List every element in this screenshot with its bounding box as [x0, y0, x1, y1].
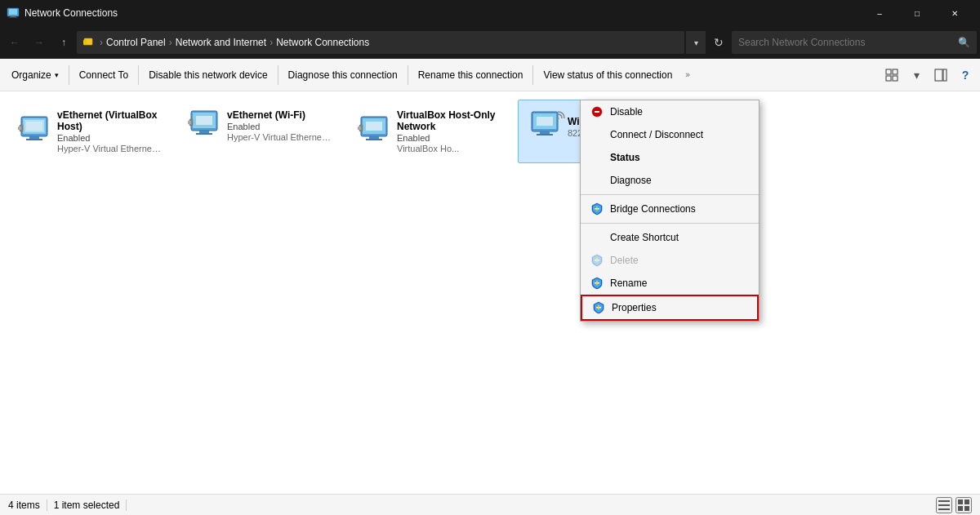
- diagnose-button[interactable]: Diagnose this connection: [280, 61, 406, 89]
- network-desc-2: VirtualBox Ho...: [397, 144, 501, 153]
- ctx-connect-disconnect[interactable]: Connect / Disconnect: [581, 123, 759, 146]
- disable-button[interactable]: Disable this network device: [140, 61, 275, 89]
- network-desc-1: Hyper-V Virtual Ethernet Adapter ...: [227, 132, 332, 142]
- network-adapter-icon-0: [18, 115, 57, 148]
- svg-rect-50: [938, 500, 950, 502]
- ctx-delete[interactable]: Delete: [581, 249, 759, 272]
- details-view-button[interactable]: [956, 497, 972, 513]
- organize-button[interactable]: Organize ▾: [3, 61, 67, 89]
- svg-point-39: [557, 118, 559, 120]
- refresh-button[interactable]: ↻: [707, 31, 730, 54]
- network-grid: vEthernet (VirtualBox Host) Enabled Hype…: [0, 91, 980, 171]
- bridge-shield-icon: [590, 202, 604, 215]
- search-input[interactable]: [738, 37, 958, 48]
- ctx-bridge-connections[interactable]: Bridge Connections: [581, 198, 759, 220]
- svg-rect-51: [938, 504, 950, 506]
- svg-rect-43: [596, 206, 598, 211]
- breadcrumb-network-connections[interactable]: Network Connections: [276, 37, 369, 48]
- maximize-button[interactable]: □: [898, 0, 936, 26]
- up-button[interactable]: ↑: [52, 31, 75, 54]
- app-icon: [7, 7, 20, 20]
- list-view-button[interactable]: [936, 497, 952, 513]
- network-info-1: vEthernet (Wi-Fi) Enabled Hyper-V Virtua…: [227, 109, 332, 142]
- toolbar-separator-4: [408, 65, 408, 85]
- window-title: Network Connections: [24, 7, 861, 19]
- network-status-1: Enabled: [227, 122, 332, 131]
- toolbar-right: ▾ ?: [880, 64, 977, 87]
- ctx-disable[interactable]: Disable: [581, 100, 759, 123]
- close-button[interactable]: ✕: [936, 0, 973, 26]
- ctx-status[interactable]: Status: [581, 146, 759, 169]
- status-right-controls: [936, 497, 972, 513]
- rename-shield-icon: [590, 277, 604, 290]
- network-info-2: VirtualBox Host-Only Network Enabled Vir…: [397, 109, 501, 153]
- status-separator-2: [126, 499, 127, 511]
- minimize-button[interactable]: –: [861, 0, 898, 26]
- svg-rect-49: [598, 305, 599, 310]
- network-status-2: Enabled: [397, 133, 501, 143]
- status-bar: 4 items 1 item selected: [0, 494, 980, 515]
- svg-rect-3: [9, 17, 17, 18]
- toolbar-more-button[interactable]: »: [680, 70, 695, 79]
- toolbar-separator-2: [138, 65, 139, 85]
- svg-rect-38: [537, 134, 553, 135]
- ctx-separator-2: [581, 223, 759, 224]
- svg-rect-56: [964, 506, 969, 511]
- svg-rect-36: [537, 117, 553, 126]
- ctx-create-shortcut[interactable]: Create Shortcut: [581, 226, 759, 249]
- svg-rect-54: [964, 499, 969, 504]
- ctx-rename[interactable]: Rename: [581, 272, 759, 295]
- connect-to-button[interactable]: Connect To: [71, 61, 137, 89]
- change-view-button[interactable]: [880, 64, 903, 87]
- rename-button[interactable]: Rename this connection: [410, 61, 532, 89]
- network-status-0: Enabled: [57, 133, 162, 143]
- svg-rect-37: [540, 131, 550, 134]
- svg-rect-33: [358, 127, 361, 130]
- network-name-2: VirtualBox Host-Only Network: [397, 109, 501, 132]
- network-item-1[interactable]: vEthernet (Wi-Fi) Enabled Hyper-V Virtua…: [178, 100, 341, 163]
- wifi-adapter-icon: [528, 110, 568, 143]
- breadcrumb-control-panel[interactable]: Control Panel: [106, 37, 166, 48]
- svg-rect-11: [943, 69, 947, 81]
- delete-shield-icon: [590, 254, 604, 267]
- selected-count: 1 item selected: [54, 499, 120, 511]
- items-count: 4 items: [8, 499, 40, 511]
- svg-rect-22: [196, 116, 212, 125]
- toolbar: Organize ▾ Connect To Disable this netwo…: [0, 59, 980, 91]
- forward-button[interactable]: →: [28, 31, 51, 54]
- ctx-diagnose[interactable]: Diagnose: [581, 169, 759, 192]
- disable-icon: [590, 105, 604, 118]
- search-icon[interactable]: 🔍: [958, 37, 970, 48]
- svg-rect-47: [596, 281, 598, 286]
- svg-rect-41: [595, 111, 599, 113]
- status-separator-1: [47, 499, 47, 511]
- network-adapter-icon-2: [358, 115, 397, 148]
- back-button[interactable]: ←: [3, 31, 26, 54]
- network-adapter-icon-1: [188, 109, 227, 142]
- ctx-separator-1: [581, 194, 759, 195]
- view-status-button[interactable]: View status of this connection: [535, 61, 680, 89]
- help-button[interactable]: ?: [954, 64, 977, 87]
- svg-rect-23: [199, 131, 209, 133]
- network-desc-0: Hyper-V Virtual Ethernet Adapter: [57, 144, 162, 153]
- svg-rect-16: [29, 136, 39, 139]
- organize-dropdown-arrow: ▾: [55, 71, 59, 79]
- svg-rect-31: [366, 139, 382, 140]
- breadcrumb-network-internet[interactable]: Network and Internet: [176, 37, 266, 48]
- preview-pane-button[interactable]: [929, 64, 952, 87]
- svg-rect-53: [958, 499, 963, 504]
- main-content: vEthernet (VirtualBox Host) Enabled Hype…: [0, 91, 980, 494]
- address-dropdown-button[interactable]: ▾: [686, 31, 706, 54]
- toolbar-separator-3: [278, 65, 278, 85]
- svg-rect-9: [893, 76, 898, 81]
- svg-rect-1: [9, 9, 17, 15]
- ctx-properties[interactable]: Properties: [581, 295, 759, 321]
- title-bar: Network Connections – □ ✕: [0, 0, 980, 26]
- svg-rect-29: [366, 122, 382, 131]
- network-item-0[interactable]: vEthernet (VirtualBox Host) Enabled Hype…: [8, 100, 172, 163]
- network-item-2[interactable]: VirtualBox Host-Only Network Enabled Vir…: [348, 100, 511, 163]
- svg-rect-6: [886, 69, 891, 74]
- search-box: 🔍: [732, 31, 977, 54]
- view-dropdown-button[interactable]: ▾: [905, 64, 928, 87]
- toolbar-separator-5: [532, 65, 533, 85]
